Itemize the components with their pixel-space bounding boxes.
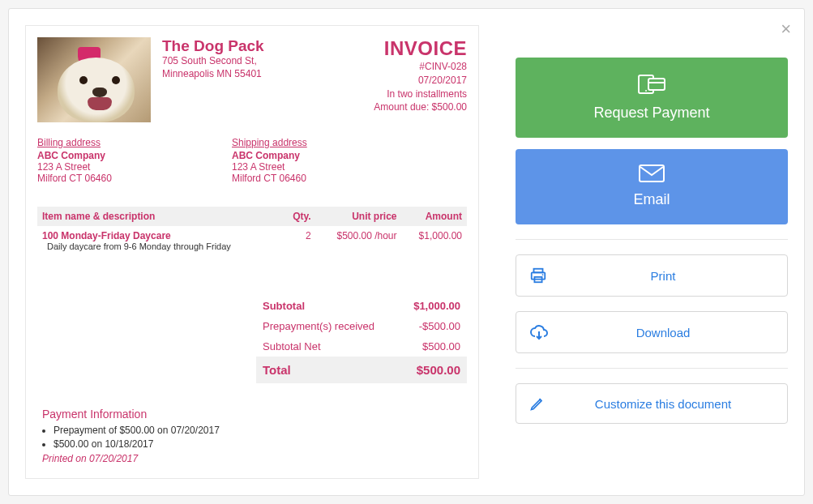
payment-devices-icon xyxy=(635,72,668,96)
col-amount: Amount xyxy=(402,207,467,226)
billing-line1: 123 A Street xyxy=(37,161,232,173)
print-button[interactable]: Print xyxy=(516,254,788,297)
totals-block: Subtotal $1,000.00 Prepayment(s) receive… xyxy=(256,296,467,383)
email-label: Email xyxy=(633,191,670,208)
invoice-number: #CINV-028 xyxy=(374,60,467,74)
prepayment-value: -$500.00 xyxy=(419,320,460,332)
mail-icon xyxy=(638,164,665,183)
shipping-line2: Milford CT 06460 xyxy=(232,173,426,184)
col-qty: Qty. xyxy=(281,207,315,226)
invoice-title: INVOICE xyxy=(374,37,467,60)
invoice-terms: In two installments xyxy=(374,88,467,101)
invoice-document: The Dog Pack 705 South Second St, Minnea… xyxy=(25,25,479,479)
svg-rect-1 xyxy=(648,79,665,90)
divider xyxy=(516,239,788,240)
total-value: $500.00 xyxy=(417,363,460,377)
cloud-download-icon xyxy=(529,323,552,341)
print-label: Print xyxy=(552,269,774,283)
customize-button[interactable]: Customize this document xyxy=(516,383,788,424)
payment-info-line: Prepayment of $500.00 on 07/20/2017 xyxy=(53,424,467,438)
svg-rect-6 xyxy=(532,272,546,279)
subtotal-value: $1,000.00 xyxy=(413,300,460,312)
total-label: Total xyxy=(263,363,291,377)
close-icon[interactable]: × xyxy=(781,19,791,40)
divider xyxy=(516,368,788,369)
company-address-line2: Minneapolis MN 55401 xyxy=(162,68,374,81)
company-address-line1: 705 South Second St, xyxy=(162,55,374,68)
col-unit: Unit price xyxy=(316,207,402,226)
shipping-line1: 123 A Street xyxy=(232,161,426,173)
download-button[interactable]: Download xyxy=(516,311,788,353)
svg-point-3 xyxy=(645,90,647,92)
shipping-address-label: Shipping address xyxy=(232,137,426,148)
col-item: Item name & description xyxy=(37,207,281,226)
subtotal-net-value: $500.00 xyxy=(422,340,460,352)
prepayment-label: Prepayment(s) received xyxy=(263,320,374,332)
company-logo xyxy=(37,37,151,122)
download-label: Download xyxy=(552,326,774,340)
item-qty: 2 xyxy=(281,226,315,255)
invoice-modal: × The Dog Pack 705 South Second St, Minn… xyxy=(8,8,805,496)
customize-label: Customize this document xyxy=(552,397,774,411)
payment-info-title: Payment Information xyxy=(42,408,467,421)
billing-address-label: Billing address xyxy=(37,137,232,148)
shipping-name: ABC Company xyxy=(232,150,426,161)
table-row: 100 Monday-Friday Daycare Daily daycare … xyxy=(37,226,467,255)
printer-icon xyxy=(529,267,552,284)
item-description: Daily daycare from 9-6 Monday through Fr… xyxy=(42,241,276,251)
pencil-icon xyxy=(529,395,552,412)
item-name: 100 Monday-Friday Daycare xyxy=(42,230,276,241)
svg-rect-4 xyxy=(640,165,664,182)
payment-info-line: $500.00 on 10/18/2017 xyxy=(53,438,467,451)
request-payment-label: Request Payment xyxy=(593,105,709,122)
printed-on: Printed on 07/20/2017 xyxy=(42,453,467,464)
item-unit-price: $500.00 /hour xyxy=(316,226,402,255)
actions-panel: Request Payment Email Print xyxy=(516,25,788,479)
invoice-amount-due: Amount due: $500.00 xyxy=(374,100,467,114)
line-items-table: Item name & description Qty. Unit price … xyxy=(37,207,467,255)
billing-line2: Milford CT 06460 xyxy=(37,173,232,184)
svg-point-8 xyxy=(542,274,544,275)
item-amount: $1,000.00 xyxy=(402,226,467,255)
invoice-date: 07/20/2017 xyxy=(374,74,467,88)
subtotal-net-label: Subtotal Net xyxy=(263,340,321,352)
subtotal-label: Subtotal xyxy=(263,300,305,312)
company-name: The Dog Pack xyxy=(162,37,374,55)
billing-name: ABC Company xyxy=(37,150,232,161)
email-button[interactable]: Email xyxy=(516,149,788,224)
request-payment-button[interactable]: Request Payment xyxy=(516,58,788,138)
